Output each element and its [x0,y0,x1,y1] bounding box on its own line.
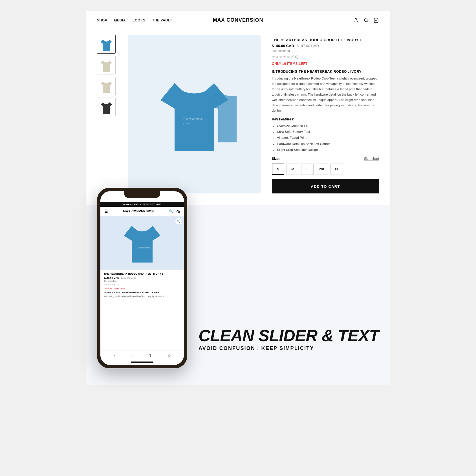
phone-stars-row: ★★★★★ (0.0) [104,283,180,286]
product-section: The Heartbreak Rodeo THE HEARTBREAK RODE… [86,29,390,205]
phone-nav-icons: 🔍 🛍 [169,209,180,213]
feature-1: Oversize Cropped Fit [277,124,379,128]
svg-point-1 [364,19,367,22]
phone-zoom-button[interactable]: 🔍 [175,218,182,224]
svg-text:The Heartbreak: The Heartbreak [183,117,203,120]
feature-4: Hardware Detail on Back Left Corner [277,142,379,146]
nav-media[interactable]: MEDIA [114,18,126,22]
phone-back-button[interactable]: ‹ [114,353,115,358]
phone-intro-title: INTRODUCING THE HEARTBREAK RODEO : IVORY [104,291,180,294]
phone-price-row: $146.00 CAD $147.00 CAD [104,276,180,279]
phone-tax-note: Tax excluded. [104,280,180,282]
review-count: (0.0) [291,55,298,59]
phone-description: Introducing the Heartbreak Rodeo Crop Te… [104,295,180,298]
svg-text:Rodeo: Rodeo [183,122,190,125]
feature-2: Ultra-Soft, Buttery Feel [277,129,379,134]
size-l[interactable]: L [301,164,314,175]
add-to-cart-button[interactable]: ADD TO CART [272,179,379,193]
phone-price-current: $146.00 CAD [104,276,119,279]
size-xl[interactable]: XL [330,164,343,175]
brand-logo: MAX CONVERSION [213,17,263,23]
description-text: Introducing the Heartbreak Rodeo Crop Te… [272,76,379,113]
tagline-section: CLEAN SLIDER & TEXT AVOID CONFUSION , KE… [199,205,379,368]
features-list: Oversize Cropped Fit Ultra-Soft, Buttery… [272,124,379,152]
phone-forward-button[interactable]: › [131,353,133,358]
phone-stock-warning: ONLY 10 ITEMS LEFT ! [104,287,180,290]
phone-bookmark-button[interactable]: ⎋ [168,353,170,358]
feature-3: Vintage, Faded Print [277,135,379,140]
features-title: Key Features: [272,117,379,121]
price-current: $146.00 CAD [272,44,294,48]
phone-search-icon[interactable]: 🔍 [169,209,173,213]
size-s[interactable]: S [272,164,284,175]
intro-title: INTRODUCING THE HEARTBREAK RODEO : IVORY [272,70,379,74]
size-buttons: S M L 2XL XL [272,164,379,175]
thumbnail-4[interactable] [97,98,116,116]
svg-text:The Heartbreak: The Heartbreak [136,247,150,249]
phone-screen: 14 DAY HASSLE-FREE RETURNS ☰ MAX CONVERS… [100,191,184,365]
product-info: THE HEARTBREAK RODEO CROP TEE : IVORY 1 … [272,35,379,193]
tax-note: Tax excluded. [272,49,379,52]
product-title: THE HEARTBREAK RODEO CROP TEE : IVORY 1 [272,38,379,42]
phone-bottom-bar: ‹ › ⬆ ⎋ [100,351,184,362]
thumbnail-2[interactable] [97,56,116,74]
bottom-section: 14 DAY HASSLE-FREE RETURNS ☰ MAX CONVERS… [86,205,390,385]
feature-5: Slight Drop Shoulder Design [277,147,379,152]
nav-links: SHOP MEDIA LOOKS THE VAULT [97,18,172,22]
search-icon[interactable] [363,17,369,23]
phone-menu-icon[interactable]: ☰ [104,209,108,213]
size-m[interactable]: M [287,164,299,175]
svg-line-2 [367,21,368,22]
phone-share-button[interactable]: ⬆ [149,353,152,358]
product-thumbnails [97,35,117,193]
thumbnail-1[interactable] [97,35,116,54]
phone-cart-icon[interactable]: 🛍 [176,209,180,213]
phone-mockup: 14 DAY HASSLE-FREE RETURNS ☰ MAX CONVERS… [97,188,187,368]
stars-row: ★★★★★ (0.0) [272,55,379,59]
cart-icon[interactable] [373,17,379,23]
phone-content: 14 DAY HASSLE-FREE RETURNS ☰ MAX CONVERS… [100,191,184,351]
phone-home-indicator [131,362,153,363]
price-row: $146.00 CAD $147.00 CAD [272,44,379,48]
phone-product-info: THE HEARTBREAK RODEO CROP TEE : IVORY 1 … [100,270,184,351]
tagline-main: CLEAN SLIDER & TEXT [199,327,379,344]
svg-point-0 [355,18,357,20]
phone-notch [124,191,160,198]
nav-icons [353,17,379,23]
desktop-nav: SHOP MEDIA LOOKS THE VAULT MAX CONVERSIO… [86,11,390,29]
page-wrapper: SHOP MEDIA LOOKS THE VAULT MAX CONVERSIO… [86,11,390,385]
phone-price-original: $147.00 CAD [121,276,136,279]
nav-looks[interactable]: LOOKS [133,18,146,22]
phone-product-image: The Heartbreak 🔍 [100,216,184,270]
phone-frame: 14 DAY HASSLE-FREE RETURNS ☰ MAX CONVERS… [97,188,187,368]
price-original: $147.00 CAD [297,44,319,48]
size-chart-link[interactable]: Size chart [364,157,379,161]
phone-brand: MAX CONVERSION [123,210,154,213]
phone-star-icons: ★★★★★ [104,283,114,286]
tagline-sub: AVOID CONFUSION , KEEP SIMPLICITY [199,345,379,351]
size-header: Size: Size chart [272,157,379,161]
stock-warning: ONLY 10 ITEMS LEFT ! [272,62,379,66]
phone-review-count: (0.0) [114,283,118,286]
main-product-image: The Heartbreak Rodeo [128,35,261,193]
thumbnail-3[interactable] [97,77,116,95]
nav-vault[interactable]: THE VAULT [152,18,172,22]
size-section: Size: Size chart S M L 2XL XL [272,157,379,175]
account-icon[interactable] [353,17,359,23]
phone-nav: ☰ MAX CONVERSION 🔍 🛍 [100,207,184,216]
phone-product-title: THE HEARTBREAK RODEO CROP TEE : IVORY 1 [104,272,180,275]
size-label: Size: [272,157,280,161]
nav-shop[interactable]: SHOP [97,18,107,22]
star-icons: ★★★★★ [272,55,290,59]
size-2xl[interactable]: 2XL [316,164,328,175]
phone-banner: 14 DAY HASSLE-FREE RETURNS [100,202,184,207]
